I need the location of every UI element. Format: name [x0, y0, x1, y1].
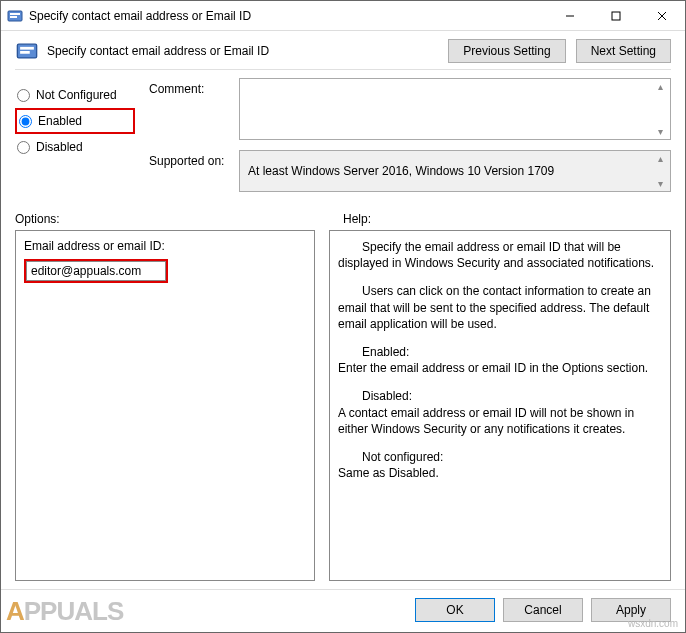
window-title: Specify contact email address or Email I… [29, 9, 547, 23]
radio-enabled[interactable]: Enabled [15, 108, 135, 134]
help-enabled-body: Enter the email address or email ID in t… [338, 361, 648, 375]
apply-button[interactable]: Apply [591, 598, 671, 622]
cancel-button[interactable]: Cancel [503, 598, 583, 622]
help-panel: Specify the email address or email ID th… [329, 230, 671, 581]
header: Specify contact email address or Email I… [1, 31, 685, 67]
supported-on-value-box: At least Windows Server 2016, Windows 10… [239, 150, 671, 192]
comment-row: Comment: ▴ ▾ [149, 78, 671, 140]
previous-setting-button[interactable]: Previous Setting [448, 39, 565, 63]
maximize-button[interactable] [593, 1, 639, 30]
svg-rect-4 [612, 12, 620, 20]
close-button[interactable] [639, 1, 685, 30]
email-input-highlight [24, 259, 168, 283]
supported-on-value: At least Windows Server 2016, Windows 10… [248, 164, 554, 178]
help-disabled-title: Disabled: [338, 388, 662, 404]
window-controls [547, 1, 685, 30]
svg-rect-8 [20, 47, 34, 50]
radio-not-configured-input[interactable] [17, 89, 30, 102]
scroll-down-icon[interactable]: ▾ [652, 126, 668, 137]
radio-disabled[interactable]: Disabled [15, 134, 135, 160]
policy-icon [7, 8, 23, 24]
radio-disabled-input[interactable] [17, 141, 30, 154]
next-setting-button[interactable]: Next Setting [576, 39, 671, 63]
fields-column: Comment: ▴ ▾ Supported on: At least Wind… [149, 78, 671, 202]
help-notconfigured-title: Not configured: [338, 449, 662, 465]
radio-enabled-input[interactable] [19, 115, 32, 128]
section-headers: Options: Help: [1, 208, 685, 230]
comment-textarea[interactable]: ▴ ▾ [239, 78, 671, 140]
help-notconfigured-body: Same as Disabled. [338, 466, 439, 480]
divider [15, 69, 671, 70]
titlebar: Specify contact email address or Email I… [1, 1, 685, 31]
email-input[interactable] [26, 261, 166, 281]
help-enabled-title: Enabled: [338, 344, 662, 360]
policy-window: Specify contact email address or Email I… [0, 0, 686, 633]
help-p1: Specify the email address or email ID th… [338, 239, 662, 271]
supported-row: Supported on: At least Windows Server 20… [149, 150, 671, 192]
options-panel: Email address or email ID: [15, 230, 315, 581]
nav-buttons: Previous Setting Next Setting [448, 39, 671, 63]
email-field-label: Email address or email ID: [24, 239, 306, 253]
help-header: Help: [343, 212, 371, 226]
panels: Email address or email ID: Specify the e… [1, 230, 685, 589]
scroll-up-icon[interactable]: ▴ [652, 81, 668, 92]
help-p2: Users can click on the contact informati… [338, 283, 662, 332]
svg-rect-9 [20, 51, 30, 54]
scroll-up-icon[interactable]: ▴ [652, 153, 668, 164]
supported-on-label: Supported on: [149, 150, 239, 168]
config-area: Not Configured Enabled Disabled Comment:… [1, 78, 685, 208]
page-title: Specify contact email address or Email I… [47, 44, 448, 58]
bottom-button-bar: OK Cancel Apply [1, 589, 685, 632]
radio-disabled-label: Disabled [36, 140, 83, 154]
radio-not-configured-label: Not Configured [36, 88, 117, 102]
state-radios: Not Configured Enabled Disabled [15, 78, 135, 202]
radio-not-configured[interactable]: Not Configured [15, 82, 135, 108]
svg-rect-1 [10, 13, 20, 15]
ok-button[interactable]: OK [415, 598, 495, 622]
radio-enabled-label: Enabled [38, 114, 82, 128]
help-text: Specify the email address or email ID th… [338, 239, 662, 481]
scroll-down-icon[interactable]: ▾ [652, 178, 668, 189]
minimize-button[interactable] [547, 1, 593, 30]
comment-label: Comment: [149, 78, 239, 96]
options-header: Options: [15, 212, 343, 226]
svg-rect-2 [10, 16, 17, 18]
help-disabled-body: A contact email address or email ID will… [338, 406, 634, 436]
policy-large-icon [15, 39, 39, 63]
